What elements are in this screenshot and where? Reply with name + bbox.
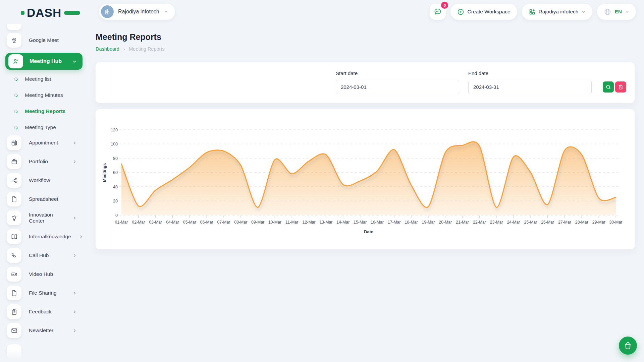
svg-text:03-Mar: 03-Mar — [149, 220, 162, 225]
svg-text:60: 60 — [113, 170, 118, 175]
svg-text:100: 100 — [111, 142, 118, 146]
current-workspace-pill[interactable]: Rajodiya infotech — [99, 4, 175, 20]
svg-text:22-Mar: 22-Mar — [473, 220, 486, 225]
video-icon — [7, 267, 21, 282]
workspace-switcher-label: Rajodiya infotech — [539, 9, 579, 15]
svg-text:23-Mar: 23-Mar — [490, 220, 503, 225]
submenu-bullet-icon — [13, 76, 18, 81]
phone-icon — [7, 248, 21, 263]
sidebar-item-appointment[interactable]: Appointment — [0, 135, 87, 150]
sidebar-item-label: File Sharing — [29, 290, 57, 296]
svg-text:19-Mar: 19-Mar — [422, 220, 435, 225]
sidebar-item-label: Newsletter — [29, 327, 53, 334]
workspace-name: Rajodiya infotech — [118, 9, 159, 15]
sidebar-partial-item-bottom — [7, 344, 21, 359]
expand-chevron — [72, 291, 77, 296]
sidebar-item-innovation-center[interactable]: Innovation Center — [0, 210, 87, 225]
svg-text:0: 0 — [115, 213, 118, 218]
chevron-down-icon — [581, 10, 586, 14]
sidebar-subitem-meeting-list[interactable]: Meeting list — [0, 71, 87, 87]
file-icon — [7, 286, 21, 300]
svg-text:27-Mar: 27-Mar — [558, 220, 571, 225]
sidebar-item-label: Appointment — [29, 140, 58, 146]
meeting-hub-submenu: Meeting listMeeting MinutesMeeting Repor… — [0, 71, 87, 135]
svg-text:02-Mar: 02-Mar — [132, 220, 145, 225]
sidebar-item-video-hub[interactable]: Video Hub — [0, 267, 87, 282]
store-fab-button[interactable] — [619, 337, 637, 355]
chevron-down-icon — [164, 9, 168, 14]
sidebar: Google MeetMeeting HubMeeting listMeetin… — [0, 24, 87, 362]
workspace-switcher-dropdown[interactable]: Rajodiya infotech — [522, 4, 593, 20]
shopping-bag-icon — [624, 341, 632, 350]
date-filter-card: Start date End date — [96, 62, 635, 103]
submenu-bullet-icon — [13, 125, 18, 130]
svg-text:14-Mar: 14-Mar — [336, 220, 350, 225]
reset-filter-button[interactable] — [615, 81, 626, 93]
logo-text: DASH — [27, 6, 61, 19]
meetings-area-chart: 02040608010012001-Mar02-Mar03-Mar04-Mar0… — [96, 109, 635, 249]
sidebar-item-label: Google Meet — [29, 37, 59, 43]
apply-filter-button[interactable] — [603, 81, 614, 93]
submenu-bullet-icon — [13, 109, 18, 114]
sidebar-item-label: Portfolio — [29, 159, 48, 165]
sidebar-item-spreadsheet[interactable]: Spreadsheet — [0, 192, 87, 206]
create-workspace-label: Create Workspace — [467, 9, 510, 15]
start-date-input[interactable] — [336, 80, 459, 94]
meetings-report-chart-card: 02040608010012001-Mar02-Mar03-Mar04-Mar0… — [96, 109, 635, 249]
sidebar-item-portfolio[interactable]: Portfolio — [0, 154, 87, 169]
svg-text:26-Mar: 26-Mar — [541, 220, 554, 225]
svg-text:Date: Date — [364, 229, 373, 234]
create-workspace-button[interactable]: Create Workspace — [450, 4, 517, 20]
sidebar-subitem-meeting-reports[interactable]: Meeting Reports — [0, 103, 87, 119]
grid-plus-icon — [529, 8, 536, 15]
expand-chevron — [72, 328, 77, 333]
book-icon — [7, 229, 21, 244]
header-actions: 0 Create Workspace Rajodiya infotech — [430, 4, 636, 20]
expand-chevron — [72, 159, 77, 164]
expand-chevron — [78, 234, 84, 239]
sidebar-subitem-meeting-type[interactable]: Meeting Type — [0, 119, 87, 135]
plus-circle-icon — [457, 8, 464, 15]
logo-dash-icon — [64, 11, 80, 15]
users-icon — [8, 54, 23, 68]
calendar-icon — [7, 135, 21, 150]
breadcrumb-dashboard-link[interactable]: Dashboard — [96, 46, 119, 52]
clipboard-icon — [7, 304, 21, 319]
sidebar-nav: Google MeetMeeting HubMeeting listMeetin… — [0, 33, 87, 359]
svg-text:13-Mar: 13-Mar — [319, 220, 332, 225]
sidebar-item-internalknowledge[interactable]: Internalknowledge — [0, 229, 87, 244]
svg-text:20-Mar: 20-Mar — [439, 220, 452, 225]
start-date-label: Start date — [336, 70, 358, 76]
messages-button[interactable]: 0 — [430, 4, 446, 20]
language-dropdown[interactable]: EN — [597, 4, 636, 20]
sidebar-item-call-hub[interactable]: Call Hub — [0, 248, 87, 263]
chevron-right-icon — [72, 140, 77, 145]
brand-logo[interactable]: DASH — [21, 6, 80, 19]
sidebar-subitem-meeting-minutes[interactable]: Meeting Minutes — [0, 87, 87, 103]
breadcrumb: Dashboard › Meeting Reports — [96, 46, 165, 52]
sidebar-item-file-sharing[interactable]: File Sharing — [0, 286, 87, 300]
svg-text:21-Mar: 21-Mar — [456, 220, 469, 225]
svg-text:15-Mar: 15-Mar — [354, 220, 367, 225]
svg-text:120: 120 — [111, 128, 118, 132]
end-date-input[interactable] — [468, 80, 592, 94]
sidebar-item-meeting-hub[interactable]: Meeting Hub — [5, 53, 83, 70]
svg-text:09-Mar: 09-Mar — [251, 220, 264, 225]
svg-text:80: 80 — [113, 156, 118, 161]
expand-chevron — [72, 309, 77, 314]
chevron-down-icon — [625, 10, 629, 14]
breadcrumb-current: Meeting Reports — [129, 46, 164, 52]
svg-text:40: 40 — [113, 185, 118, 189]
file-icon — [7, 192, 21, 206]
sidebar-item-google-meet[interactable]: Google Meet — [0, 33, 87, 48]
svg-text:07-Mar: 07-Mar — [217, 220, 230, 225]
sidebar-item-label: Feedback — [29, 309, 52, 315]
expand-chevron — [72, 140, 77, 145]
sidebar-item-label: Internalknowledge — [29, 234, 71, 240]
sidebar-item-workflow[interactable]: Workflow — [0, 173, 87, 188]
sidebar-item-newsletter[interactable]: Newsletter — [0, 323, 87, 338]
chevron-right-icon — [72, 216, 77, 221]
sidebar-item-feedback[interactable]: Feedback — [0, 304, 87, 319]
chevron-down-icon — [72, 59, 77, 64]
chevron-right-icon — [78, 234, 84, 239]
